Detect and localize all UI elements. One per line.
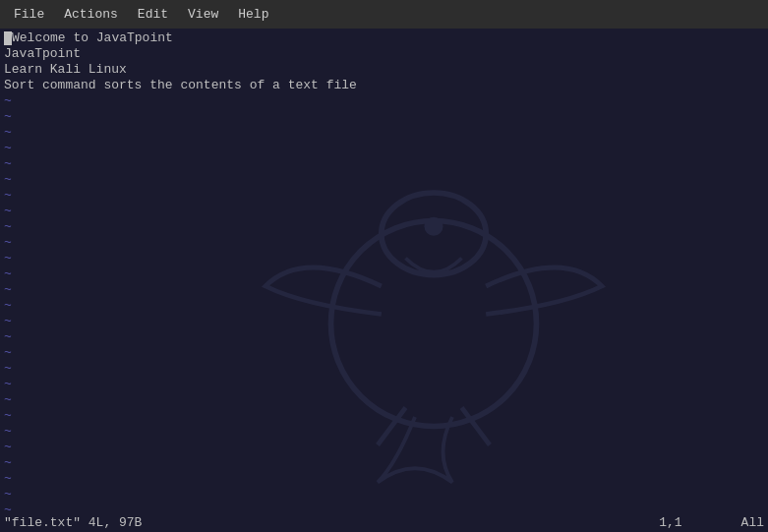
text-line-1: Welcome to JavaTpoint <box>4 30 768 46</box>
tilde-line: ~ <box>4 392 768 408</box>
tilde-line: ~ <box>4 188 768 204</box>
tilde-line: ~ <box>4 455 768 471</box>
tilde-line: ~ <box>4 408 768 424</box>
menu-view[interactable]: View <box>178 3 228 26</box>
tilde-line: ~ <box>4 361 768 377</box>
position-label: All <box>741 515 764 530</box>
menu-file[interactable]: File <box>4 3 54 26</box>
file-info: "file.txt" 4L, 97B <box>4 515 142 530</box>
tilde-line: ~ <box>4 345 768 361</box>
tilde-line: ~ <box>4 156 768 172</box>
editor-area: Welcome to JavaTpointJavaTpointLearn Kal… <box>0 29 768 512</box>
tilde-line: ~ <box>4 204 768 219</box>
menubar: File Actions Edit View Help <box>0 0 768 29</box>
tilde-line: ~ <box>4 487 768 502</box>
menu-actions[interactable]: Actions <box>54 3 128 26</box>
text-line-4: Sort command sorts the contents of a tex… <box>4 78 768 93</box>
statusbar-right: 1,1 All <box>659 515 764 530</box>
tilde-line: ~ <box>4 502 768 512</box>
tilde-line: ~ <box>4 141 768 156</box>
text-lines: Welcome to JavaTpointJavaTpointLearn Kal… <box>4 30 768 512</box>
tilde-line: ~ <box>4 125 768 141</box>
tilde-line: ~ <box>4 471 768 487</box>
statusbar: "file.txt" 4L, 97B 1,1 All <box>0 512 768 532</box>
text-content[interactable]: Welcome to JavaTpointJavaTpointLearn Kal… <box>0 29 768 512</box>
tilde-line: ~ <box>4 298 768 314</box>
tilde-line: ~ <box>4 172 768 188</box>
menu-help[interactable]: Help <box>228 3 278 26</box>
tilde-line: ~ <box>4 314 768 329</box>
statusbar-left: "file.txt" 4L, 97B <box>4 515 142 530</box>
tilde-line: ~ <box>4 251 768 266</box>
tilde-line: ~ <box>4 219 768 235</box>
tilde-line: ~ <box>4 424 768 440</box>
tilde-line: ~ <box>4 266 768 282</box>
cursor-position: 1,1 <box>659 515 681 530</box>
menu-edit[interactable]: Edit <box>128 3 178 26</box>
text-line-2: JavaTpoint <box>4 46 768 62</box>
tilde-line: ~ <box>4 282 768 298</box>
tilde-line: ~ <box>4 93 768 109</box>
tilde-line: ~ <box>4 109 768 125</box>
tilde-line: ~ <box>4 329 768 345</box>
cursor <box>4 31 12 45</box>
tilde-line: ~ <box>4 235 768 251</box>
tilde-line: ~ <box>4 440 768 455</box>
tilde-line: ~ <box>4 377 768 392</box>
text-line-3: Learn Kali Linux <box>4 62 768 78</box>
